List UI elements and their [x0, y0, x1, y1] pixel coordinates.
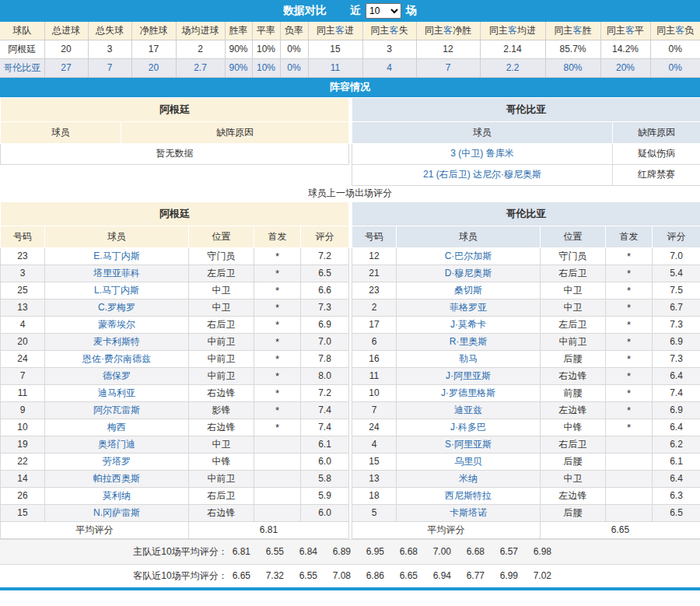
recent-rating-value: 6.55	[299, 570, 333, 581]
player-starter-flag	[606, 487, 653, 504]
player-starter-flag: *	[254, 401, 301, 419]
player-name-link[interactable]: J·罗德里格斯	[397, 384, 541, 401]
player-name-link[interactable]: 卡斯塔诺	[397, 504, 541, 521]
player-starter-flag: *	[254, 419, 301, 436]
player-row: 13C.罗梅罗中卫*7.3	[1, 299, 349, 316]
player-name-link[interactable]: 德保罗	[45, 367, 189, 384]
player-name-link[interactable]: 菲格罗亚	[397, 299, 541, 316]
player-name-link[interactable]: 帕拉西奥斯	[45, 470, 189, 487]
player-rating: 6.9	[301, 316, 349, 333]
recent-rating-value: 6.95	[366, 546, 400, 557]
away-team-name: 哥伦比亚	[352, 201, 700, 226]
player-row: 14帕拉西奥斯中前卫5.8	[1, 470, 349, 487]
player-name-link[interactable]: 麦卡利斯特	[45, 333, 189, 350]
player-rating: 6.5	[301, 264, 349, 282]
player-name-link[interactable]: D·穆尼奥斯	[397, 264, 541, 282]
player-name-link[interactable]: C.罗梅罗	[45, 299, 189, 316]
stat-value-cell: 2.14	[480, 40, 545, 58]
player-row: 13米纳中卫6.4	[352, 470, 700, 487]
player-starter-flag: *	[606, 282, 653, 299]
player-name-link[interactable]: J·阿里亚斯	[397, 367, 541, 384]
player-number: 14	[1, 470, 45, 487]
player-name-link[interactable]: L.马丁内斯	[45, 282, 189, 299]
player-position: 影锋	[189, 401, 254, 419]
player-name-link[interactable]: S·阿里亚斯	[397, 436, 541, 453]
player-name-link[interactable]: 迪马利亚	[45, 384, 189, 401]
reason-column-header: 缺阵原因	[613, 121, 700, 143]
away-recent-values: 6.657.326.557.086.866.656.946.776.997.02	[233, 570, 567, 581]
recent-matches-select[interactable]: 10	[366, 3, 401, 19]
player-rating: 6.5	[653, 504, 700, 521]
stats-column-header: 同主客进	[308, 22, 362, 40]
comparison-header-row: 球队总进球总失球净胜球场均进球胜率平率负率同主客进同主客失同主客净胜同主客均进同…	[0, 22, 700, 40]
recent-rating-value: 6.99	[500, 570, 534, 581]
player-name-link[interactable]: 塔里亚菲科	[45, 264, 189, 282]
player-row: 23桑切斯中卫*7.5	[352, 282, 700, 299]
player-rating: 6.9	[653, 333, 700, 350]
lineup-away-panel: 哥伦比亚 球员 缺阵原因 3 (中卫) 鲁库米疑似伤病21 (右后卫) 达尼尔·…	[352, 97, 700, 186]
player-position: 前腰	[541, 384, 606, 401]
player-position: 右后卫	[189, 487, 254, 504]
roster-column-header: 号码	[1, 226, 45, 247]
player-name-link[interactable]: 奥塔门迪	[45, 436, 189, 453]
stat-value-cell: 2	[176, 40, 225, 58]
player-rating: 7.5	[653, 282, 700, 299]
player-name-link[interactable]: N.冈萨雷斯	[45, 504, 189, 521]
stat-value-cell: 10%	[252, 40, 280, 58]
player-position: 右后卫	[541, 436, 606, 453]
ratings-section: 阿根廷 号码球员位置首发评分 23E.马丁内斯守门员*7.23塔里亚菲科左后卫*…	[0, 201, 700, 539]
absent-player-link[interactable]: 3 (中卫) 鲁库米	[352, 143, 613, 164]
player-starter-flag: *	[254, 264, 301, 282]
lineup-header-bar: 阵容情况	[0, 78, 700, 97]
stats-column-header: 球队	[0, 22, 44, 40]
player-number: 25	[1, 282, 45, 299]
player-number: 11	[1, 384, 45, 401]
player-name-link[interactable]: 劳塔罗	[45, 453, 189, 470]
player-rating: 7.4	[301, 401, 349, 419]
recent-rating-value: 6.68	[400, 546, 433, 557]
player-name-link[interactable]: 蒙蒂埃尔	[45, 316, 189, 333]
player-name-link[interactable]: J·科多巴	[397, 419, 541, 436]
player-name-link[interactable]: 桑切斯	[397, 282, 541, 299]
player-rating: 7.3	[653, 350, 700, 367]
player-number: 6	[352, 333, 397, 350]
player-number: 10	[352, 384, 397, 401]
player-rating: 6.3	[653, 487, 700, 504]
player-number: 26	[1, 487, 45, 504]
player-name-link[interactable]: 迪亚兹	[397, 401, 541, 419]
player-name-link[interactable]: 乌里贝	[397, 453, 541, 470]
player-name-link[interactable]: 勒马	[397, 350, 541, 367]
player-name-link[interactable]: 莫利纳	[45, 487, 189, 504]
player-position: 右边锋	[189, 504, 254, 521]
player-name-link[interactable]: J·莫希卡	[397, 316, 541, 333]
player-name-link[interactable]: 西尼斯特拉	[397, 487, 541, 504]
recent-rating-value: 6.55	[266, 546, 299, 557]
player-name-link[interactable]: C·巴尔加斯	[397, 247, 541, 264]
recent-rating-value: 6.81	[233, 546, 266, 557]
player-name-link[interactable]: E.马丁内斯	[45, 247, 189, 264]
player-number: 11	[352, 367, 397, 384]
player-name-link[interactable]: 阿尔瓦雷斯	[45, 401, 189, 419]
player-starter-flag: *	[606, 333, 653, 350]
stats-column-header: 胜率	[225, 22, 252, 40]
stats-column-header: 同主客平	[600, 22, 650, 40]
absent-player-link[interactable]: 21 (右后卫) 达尼尔·穆尼奥斯	[352, 164, 613, 185]
player-name-link[interactable]: 恩佐·费尔南德兹	[45, 350, 189, 367]
player-name-link[interactable]: 米纳	[397, 470, 541, 487]
stat-value-cell: 85.7%	[545, 40, 600, 58]
player-position: 中前卫	[189, 333, 254, 350]
player-position: 右边锋	[541, 367, 606, 384]
player-starter-flag	[606, 470, 653, 487]
player-position: 中卫	[189, 299, 254, 316]
player-name-link[interactable]: R·里奥斯	[397, 333, 541, 350]
stats-column-header: 同主客均进	[480, 22, 545, 40]
player-position: 中前卫	[189, 350, 254, 367]
player-number: 7	[352, 401, 397, 419]
player-row: 10梅西右边锋*7.4	[1, 419, 349, 436]
lineup-section: 阿根廷 球员 缺阵原因 暂无数据 哥伦比亚 球员 缺阵原因 3 (中卫) 鲁库米…	[0, 97, 700, 186]
player-name-link[interactable]: 梅西	[45, 419, 189, 436]
player-position: 左后卫	[189, 264, 254, 282]
recent-rating-value: 6.98	[534, 546, 567, 557]
average-rating-label: 平均评分	[352, 521, 541, 538]
roster-column-header: 首发	[254, 226, 301, 247]
